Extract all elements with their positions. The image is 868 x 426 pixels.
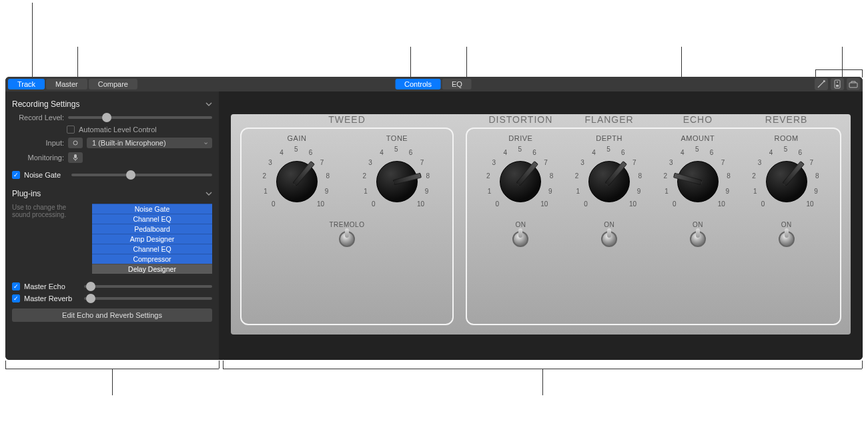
effect-column: FLANGERDEPTH012345678910ON [566, 136, 653, 247]
record-level-slider[interactable] [68, 116, 212, 119]
knob-unit: GAIN012345678910 [254, 134, 340, 217]
toggle-switch[interactable] [779, 231, 795, 247]
switch-label: ON [655, 221, 741, 228]
input-select[interactable]: 1 (Built-in Microphone) [87, 138, 212, 148]
recording-settings-title: Recording Settings [12, 99, 79, 109]
edit-echo-reverb-button[interactable]: Edit Echo and Reverb Settings [12, 308, 212, 322]
knob-unit: AMOUNT012345678910 [655, 134, 741, 217]
knob-label: ROOM [743, 134, 830, 142]
group-title: FLANGER [566, 114, 653, 125]
switch-label: ON [566, 221, 653, 228]
svg-point-4 [73, 141, 77, 145]
plugin-list: Noise GateChannel EQPedalboardAmp Design… [92, 204, 212, 274]
svg-point-1 [837, 81, 838, 83]
master-reverb-label: Master Reverb [24, 294, 80, 302]
toolbar-right [815, 78, 860, 90]
toolbar-center: Controls EQ [395, 79, 473, 89]
group-title: DISTORTION [477, 114, 564, 125]
plugin-item[interactable]: Amp Designer [92, 234, 212, 244]
knob-dial[interactable]: 012345678910 [480, 144, 560, 217]
monitoring-button[interactable] [68, 152, 83, 163]
knob-label: AMOUNT [655, 134, 741, 142]
tab-controls[interactable]: Controls [395, 79, 441, 89]
knob-dial[interactable]: 012345678910 [569, 144, 649, 217]
group-title: ECHO [655, 114, 741, 125]
chevron-down-icon [205, 101, 212, 108]
sidebar: Recording Settings Record Level: Automat… [5, 91, 219, 360]
toolbar: Track Master Compare Controls EQ [5, 77, 863, 91]
knob-unit: DEPTH012345678910 [566, 134, 653, 217]
tab-eq[interactable]: EQ [442, 79, 472, 89]
noise-gate-slider[interactable] [71, 174, 212, 176]
switch-label: ON [743, 221, 830, 228]
master-reverb-slider[interactable] [84, 297, 212, 300]
amp-panel: TWEEDGAIN012345678910TONE012345678910TRE… [231, 114, 851, 335]
knob-label: DEPTH [566, 134, 653, 142]
plugin-item[interactable]: Pedalboard [92, 224, 212, 234]
noise-gate-label: Noise Gate [24, 171, 61, 179]
input-channel-button[interactable] [68, 138, 83, 148]
switch-label: TREMOLO [251, 221, 443, 228]
tab-compare[interactable]: Compare [89, 79, 137, 89]
plugin-item[interactable]: Channel EQ [92, 214, 212, 224]
knob-dial[interactable]: 012345678910 [658, 144, 738, 217]
plugin-item[interactable]: Delay Designer [92, 264, 212, 274]
effect-column: ECHOAMOUNT012345678910ON [655, 136, 741, 247]
monitoring-label: Monitoring: [12, 154, 64, 162]
master-reverb-checkbox[interactable]: ✓ [12, 294, 20, 302]
noise-gate-checkbox[interactable]: ✓ [12, 171, 20, 179]
knob-label: DRIVE [477, 134, 564, 142]
tab-master[interactable]: Master [46, 79, 87, 89]
tuner-icon[interactable] [815, 78, 828, 90]
record-level-label: Record Level: [12, 114, 64, 122]
recording-settings-header[interactable]: Recording Settings [12, 97, 212, 112]
svg-rect-2 [836, 85, 839, 87]
pedalboard-icon[interactable] [831, 78, 844, 90]
knob-unit: ROOM012345678910 [743, 134, 830, 217]
plugins-header[interactable]: Plug-ins [12, 186, 212, 201]
group-title: REVERB [743, 114, 830, 125]
toggle-switch[interactable] [339, 231, 355, 247]
switch-label: ON [477, 221, 564, 228]
master-echo-slider[interactable] [84, 285, 212, 288]
svg-rect-0 [835, 80, 840, 88]
svg-rect-5 [74, 154, 77, 158]
group-title: TWEED [251, 114, 443, 125]
master-echo-checkbox[interactable]: ✓ [12, 282, 20, 290]
plugins-help-text: Use to change the sound processing. [12, 204, 85, 274]
toggle-switch[interactable] [601, 231, 617, 247]
effect-column: DISTORTIONDRIVE012345678910ON [477, 136, 564, 247]
pedal-group-tweed: TWEEDGAIN012345678910TONE012345678910TRE… [240, 128, 454, 325]
pedal-group-effects: DISTORTIONDRIVE012345678910ONFLANGERDEPT… [466, 128, 841, 325]
knob-dial[interactable]: 012345678910 [747, 144, 827, 217]
knob-label: TONE [354, 134, 440, 142]
tab-track[interactable]: Track [8, 79, 45, 89]
knob-unit: DRIVE012345678910 [477, 134, 564, 217]
toggle-switch[interactable] [690, 231, 706, 247]
main-area: TWEEDGAIN012345678910TONE012345678910TRE… [219, 91, 863, 360]
toolbox-icon[interactable] [847, 78, 860, 90]
auto-level-label: Automatic Level Control [79, 126, 157, 134]
master-echo-label: Master Echo [24, 282, 80, 290]
knob-dial[interactable]: 012345678910 [357, 144, 437, 217]
plugin-item[interactable]: Compressor [92, 254, 212, 264]
auto-level-checkbox[interactable] [67, 126, 75, 134]
plugin-item[interactable]: Noise Gate [92, 204, 212, 214]
chevron-down-icon [205, 190, 212, 197]
toolbar-left: Track Master Compare [8, 79, 139, 89]
input-label: Input: [12, 139, 64, 147]
knob-unit: TONE012345678910 [354, 134, 440, 217]
knob-label: GAIN [254, 134, 340, 142]
toggle-switch[interactable] [512, 231, 528, 247]
plugins-title: Plug-ins [12, 189, 41, 198]
app-window: Track Master Compare Controls EQ Recordi… [5, 77, 863, 360]
plugin-item[interactable]: Channel EQ [92, 244, 212, 254]
svg-rect-3 [849, 83, 857, 87]
knob-dial[interactable]: 012345678910 [257, 144, 337, 217]
effect-column: REVERBROOM012345678910ON [743, 136, 830, 247]
